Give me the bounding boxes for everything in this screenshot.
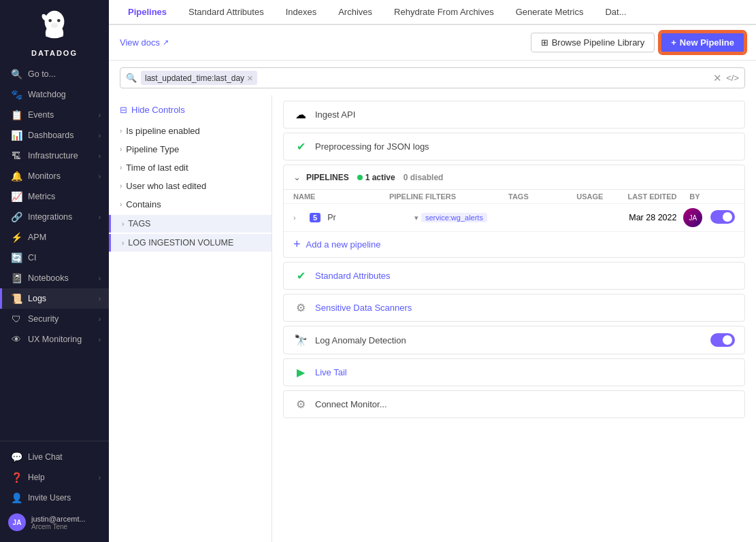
tab-pipelines[interactable]: Pipelines xyxy=(117,0,178,25)
disabled-count: 0 disabled xyxy=(404,173,444,182)
filter-panel: ⊟ Hide Controls › Is pipeline enabled › … xyxy=(109,95,272,542)
filter-label-is-enabled: Is pipeline enabled xyxy=(126,126,199,136)
sidebar-label-dashboards: Dashboards xyxy=(28,131,93,140)
anomaly-toggle-slider xyxy=(710,333,735,347)
search-input[interactable] xyxy=(261,73,709,83)
row-by: JA xyxy=(683,208,704,227)
add-plus-icon: + xyxy=(293,237,301,252)
search-tag: last_updated_time:last_day × xyxy=(141,71,257,85)
sidebar-label-monitors: Monitors xyxy=(28,171,93,181)
sidebar-item-integrations[interactable]: 🔗 Integrations › xyxy=(0,207,109,227)
col-header-toggle xyxy=(712,192,735,201)
sidebar-label-help: Help xyxy=(28,473,93,482)
hide-controls-label: Hide Controls xyxy=(131,105,185,115)
sidebar-item-monitors[interactable]: 🔔 Monitors › xyxy=(0,166,109,186)
toggle-switch[interactable] xyxy=(710,210,735,224)
search-tag-text: last_updated_time:last_day xyxy=(145,73,244,83)
pipelines-label: PIPELINES xyxy=(306,173,349,182)
browse-pipeline-library-button[interactable]: ⊞ Browse Pipeline Library xyxy=(531,33,655,52)
sidebar-label-ux: UX Monitoring xyxy=(28,335,93,344)
filter-label-contains: Contains xyxy=(126,199,161,209)
anomaly-toggle[interactable] xyxy=(710,333,735,347)
svg-point-2 xyxy=(57,19,61,22)
sidebar-item-infrastructure[interactable]: 🏗 Infrastructure › xyxy=(0,146,109,166)
connect-monitor-name: Connect Monitor... xyxy=(315,399,735,409)
hide-controls-button[interactable]: ⊟ Hide Controls xyxy=(109,101,272,119)
filter-time-of-last-edit[interactable]: › Time of last edit xyxy=(109,158,272,177)
external-link-icon: ↗ xyxy=(163,38,169,47)
toggle-slider xyxy=(710,210,735,224)
chevron-icon-3: › xyxy=(120,164,122,171)
sensitive-data-name[interactable]: Sensitive Data Scanners xyxy=(315,303,735,313)
apm-icon: ⚡ xyxy=(10,232,22,243)
filter-pipeline-type[interactable]: › Pipeline Type xyxy=(109,140,272,158)
user-avatar-img: JA xyxy=(683,208,702,227)
sidebar-item-ci[interactable]: 🔄 CI xyxy=(0,248,109,268)
notebooks-arrow: › xyxy=(99,275,101,282)
search-code-toggle[interactable]: </> xyxy=(726,73,739,83)
tab-generate-metrics[interactable]: Generate Metrics xyxy=(505,0,595,25)
filter-is-pipeline-enabled[interactable]: › Is pipeline enabled xyxy=(109,122,272,140)
dashboards-icon: 📊 xyxy=(10,130,22,141)
search-icon: 🔍 xyxy=(126,73,137,83)
tab-dat[interactable]: Dat... xyxy=(594,0,637,25)
add-pipeline-row[interactable]: + Add a new pipeline xyxy=(284,231,744,257)
dashboards-arrow: › xyxy=(99,132,101,139)
filter-user-last-edited[interactable]: › User who last edited xyxy=(109,177,272,195)
sidebar-label-integrations: Integrations xyxy=(28,212,93,222)
sensitive-data-icon: ⚙ xyxy=(293,301,308,314)
sidebar-item-ux-monitoring[interactable]: 👁 UX Monitoring › xyxy=(0,329,109,350)
active-dot xyxy=(357,175,363,180)
logs-icon: 📜 xyxy=(10,293,22,304)
metrics-icon: 📈 xyxy=(10,191,22,202)
sidebar-item-logs[interactable]: 📜 Logs › xyxy=(0,288,109,309)
live-tail-name[interactable]: Live Tail xyxy=(315,367,735,377)
top-section: View docs ↗ ⊞ Browse Pipeline Library + … xyxy=(109,25,756,95)
sidebar-item-live-chat[interactable]: 💬 Live Chat xyxy=(0,447,109,467)
sidebar-item-goto[interactable]: 🔍 Go to... xyxy=(0,64,109,84)
row-expand-arrow[interactable]: › xyxy=(293,214,303,222)
sidebar-item-dashboards[interactable]: 📊 Dashboards › xyxy=(0,125,109,146)
preprocessing-name: Preprocessing for JSON logs xyxy=(315,141,735,152)
row-toggle[interactable] xyxy=(710,210,735,226)
row-number-badge: 5 xyxy=(310,213,321,222)
preprocessing-icon: ✔ xyxy=(293,140,308,153)
tab-standard-attributes[interactable]: Standard Attributes xyxy=(178,0,275,25)
brand-name: DATADOG xyxy=(31,49,78,57)
anomaly-name: Log Anomaly Detection xyxy=(315,335,506,345)
user-profile-row[interactable]: JA justin@arcemt... Arcem Tene xyxy=(0,508,109,537)
pipeline-card-connect-monitor: ⚙ Connect Monitor... xyxy=(283,390,745,418)
sidebar-item-notebooks[interactable]: 📓 Notebooks › xyxy=(0,268,109,288)
sidebar-label-logs: Logs xyxy=(28,294,93,303)
sidebar-item-invite-users[interactable]: 👤 Invite Users xyxy=(0,488,109,508)
live-chat-icon: 💬 xyxy=(10,452,22,462)
sidebar-item-security[interactable]: 🛡 Security › xyxy=(0,309,109,329)
ingest-api-name: Ingest API xyxy=(315,109,735,120)
new-pipeline-button[interactable]: + New Pipeline xyxy=(660,32,745,53)
search-clear-all[interactable]: ✕ xyxy=(713,72,722,84)
sidebar-item-watchdog[interactable]: 🐾 Watchdog xyxy=(0,84,109,105)
tab-indexes[interactable]: Indexes xyxy=(275,0,328,25)
table-row: › 5 Pr ▾ service:wg_alerts Mar 28 2022 J… xyxy=(284,203,744,231)
monitors-arrow: › xyxy=(99,173,101,180)
pipeline-expanded-section: ⌄ PIPELINES 1 active 0 disabled NAME PIP… xyxy=(283,165,745,258)
filter-contains[interactable]: › Contains xyxy=(109,195,272,214)
sidebar-item-help[interactable]: ❓ Help › xyxy=(0,467,109,488)
tab-rehydrate[interactable]: Rehydrate From Archives xyxy=(383,0,505,25)
search-tag-clear[interactable]: × xyxy=(247,72,253,84)
pipeline-section-header[interactable]: ⌄ PIPELINES 1 active 0 disabled xyxy=(284,165,744,190)
filter-subsection-log-ingestion[interactable]: › LOG INGESTION VOLUME xyxy=(109,234,272,252)
datadog-logo-icon xyxy=(36,10,73,46)
chevron-icon: › xyxy=(120,127,122,135)
sidebar-label-notebooks: Notebooks xyxy=(28,273,93,283)
sidebar-item-apm[interactable]: ⚡ APM xyxy=(0,227,109,248)
col-header-filters: PIPELINE FILTERS xyxy=(389,192,478,201)
sidebar-item-metrics[interactable]: 📈 Metrics xyxy=(0,186,109,207)
filter-subsection-tags[interactable]: › TAGS xyxy=(109,215,272,233)
col-header-by: BY xyxy=(684,192,706,201)
help-icon: ❓ xyxy=(10,472,22,483)
standard-attr-name[interactable]: Standard Attributes xyxy=(315,271,735,281)
tab-archives[interactable]: Archives xyxy=(327,0,383,25)
sidebar-item-events[interactable]: 📋 Events › xyxy=(0,105,109,125)
view-docs-link[interactable]: View docs ↗ xyxy=(120,37,169,48)
